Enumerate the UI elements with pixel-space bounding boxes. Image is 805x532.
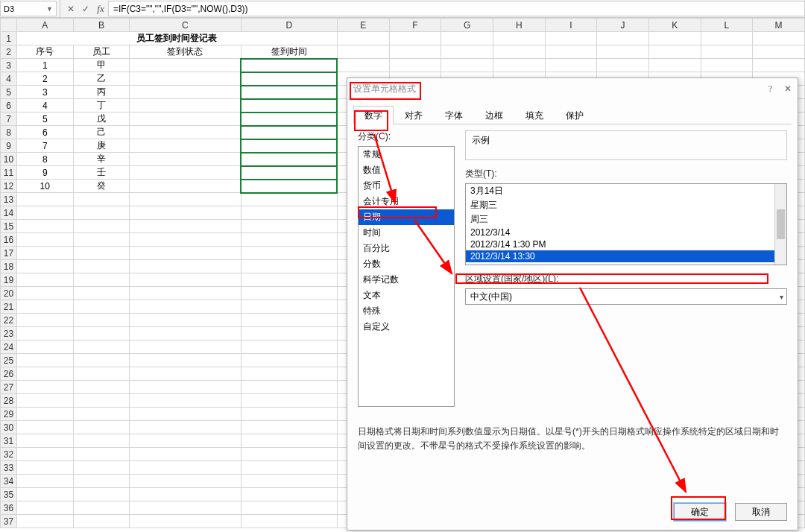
row-header[interactable]: 21 bbox=[1, 300, 17, 314]
row-header[interactable]: 25 bbox=[1, 354, 17, 367]
cell[interactable] bbox=[16, 220, 73, 233]
cell[interactable] bbox=[648, 32, 701, 45]
cell[interactable] bbox=[493, 59, 545, 72]
cell[interactable]: 丙 bbox=[73, 86, 130, 99]
cell[interactable] bbox=[441, 32, 493, 45]
cell[interactable] bbox=[73, 354, 130, 367]
cell[interactable] bbox=[545, 32, 597, 45]
cell[interactable] bbox=[241, 448, 337, 461]
cell[interactable] bbox=[130, 327, 241, 341]
cell[interactable] bbox=[130, 434, 241, 448]
category-item[interactable]: 特殊 bbox=[359, 303, 454, 319]
column-header[interactable]: G bbox=[441, 19, 493, 32]
cell[interactable] bbox=[130, 247, 241, 260]
cell[interactable] bbox=[241, 287, 337, 300]
cell[interactable] bbox=[16, 381, 73, 394]
cell[interactable]: 8 bbox=[16, 153, 73, 166]
cell[interactable] bbox=[241, 501, 337, 515]
cell[interactable] bbox=[16, 475, 73, 488]
cell[interactable]: 6 bbox=[16, 126, 73, 139]
cell[interactable] bbox=[73, 448, 130, 461]
cell[interactable] bbox=[241, 180, 337, 193]
cell[interactable] bbox=[130, 206, 241, 220]
cell[interactable]: 序号 bbox=[16, 45, 73, 59]
cell[interactable] bbox=[16, 314, 73, 327]
row-header[interactable]: 22 bbox=[1, 314, 17, 327]
row-header[interactable]: 2 bbox=[1, 45, 17, 59]
category-item[interactable]: 文本 bbox=[359, 288, 454, 303]
cell[interactable] bbox=[241, 260, 337, 273]
cell[interactable] bbox=[241, 327, 337, 341]
name-box[interactable]: D3 ▼ bbox=[0, 1, 57, 16]
row-header[interactable]: 26 bbox=[1, 367, 17, 381]
tab-1[interactable]: 对齐 bbox=[394, 106, 434, 124]
cell[interactable] bbox=[16, 394, 73, 408]
cell[interactable] bbox=[597, 59, 649, 72]
cell[interactable] bbox=[241, 166, 337, 180]
row-header[interactable]: 5 bbox=[1, 86, 17, 99]
cell[interactable] bbox=[16, 501, 73, 515]
cell[interactable] bbox=[73, 287, 130, 300]
cell[interactable]: 员工 bbox=[73, 45, 130, 59]
type-item[interactable]: 2012/3/14 bbox=[466, 227, 786, 238]
tab-5[interactable]: 保护 bbox=[555, 106, 595, 124]
category-item[interactable]: 百分比 bbox=[359, 241, 454, 256]
cell[interactable] bbox=[130, 448, 241, 461]
cell[interactable] bbox=[130, 475, 241, 488]
cell[interactable] bbox=[130, 501, 241, 515]
cell[interactable] bbox=[16, 327, 73, 341]
row-header[interactable]: 9 bbox=[1, 139, 17, 153]
cell[interactable] bbox=[130, 153, 241, 166]
cell[interactable] bbox=[73, 233, 130, 247]
category-item[interactable]: 数值 bbox=[359, 162, 454, 178]
row-header[interactable]: 11 bbox=[1, 166, 17, 180]
cell[interactable]: 1 bbox=[16, 59, 73, 72]
cell[interactable] bbox=[337, 45, 389, 59]
cell[interactable] bbox=[441, 59, 493, 72]
cell[interactable] bbox=[648, 59, 701, 72]
row-header[interactable]: 30 bbox=[1, 421, 17, 434]
close-icon[interactable]: ✕ bbox=[784, 83, 792, 95]
cell[interactable]: 癸 bbox=[73, 180, 130, 193]
row-header[interactable]: 36 bbox=[1, 501, 17, 515]
cell[interactable] bbox=[73, 300, 130, 314]
cell[interactable] bbox=[73, 461, 130, 475]
cell[interactable] bbox=[241, 394, 337, 408]
row-header[interactable]: 15 bbox=[1, 220, 17, 233]
tab-0[interactable]: 数字 bbox=[353, 106, 394, 124]
cell[interactable] bbox=[241, 515, 337, 528]
cell[interactable] bbox=[130, 381, 241, 394]
help-icon[interactable]: ? bbox=[768, 83, 772, 95]
cell[interactable] bbox=[701, 45, 753, 59]
cell[interactable]: 丁 bbox=[73, 99, 130, 113]
row-header[interactable]: 23 bbox=[1, 327, 17, 341]
cell[interactable] bbox=[441, 45, 493, 59]
cell[interactable]: 7 bbox=[16, 139, 73, 153]
cell[interactable] bbox=[337, 32, 389, 45]
row-header[interactable]: 17 bbox=[1, 247, 17, 260]
cell[interactable] bbox=[130, 421, 241, 434]
column-header[interactable]: H bbox=[493, 19, 545, 32]
cell[interactable] bbox=[130, 113, 241, 126]
row-header[interactable]: 6 bbox=[1, 99, 17, 113]
cell[interactable] bbox=[16, 273, 73, 287]
row-header[interactable]: 24 bbox=[1, 341, 17, 354]
tab-2[interactable]: 字体 bbox=[434, 106, 474, 124]
cell[interactable] bbox=[130, 341, 241, 354]
cell[interactable] bbox=[130, 515, 241, 528]
row-header[interactable]: 3 bbox=[1, 59, 17, 72]
cell[interactable] bbox=[130, 488, 241, 501]
row-header[interactable]: 16 bbox=[1, 233, 17, 247]
formula-input[interactable]: =IF(C3="","",IF(D3="",NOW(),D3)) bbox=[108, 1, 805, 16]
cell[interactable] bbox=[73, 247, 130, 260]
row-header[interactable]: 20 bbox=[1, 287, 17, 300]
category-item[interactable]: 自定义 bbox=[359, 319, 454, 335]
column-header[interactable]: L bbox=[701, 19, 753, 32]
cell[interactable] bbox=[545, 59, 597, 72]
cell[interactable] bbox=[73, 394, 130, 408]
cell[interactable] bbox=[130, 354, 241, 367]
cell[interactable] bbox=[241, 233, 337, 247]
cell[interactable]: 5 bbox=[16, 113, 73, 126]
column-header[interactable]: B bbox=[73, 19, 130, 32]
cell[interactable] bbox=[16, 434, 73, 448]
